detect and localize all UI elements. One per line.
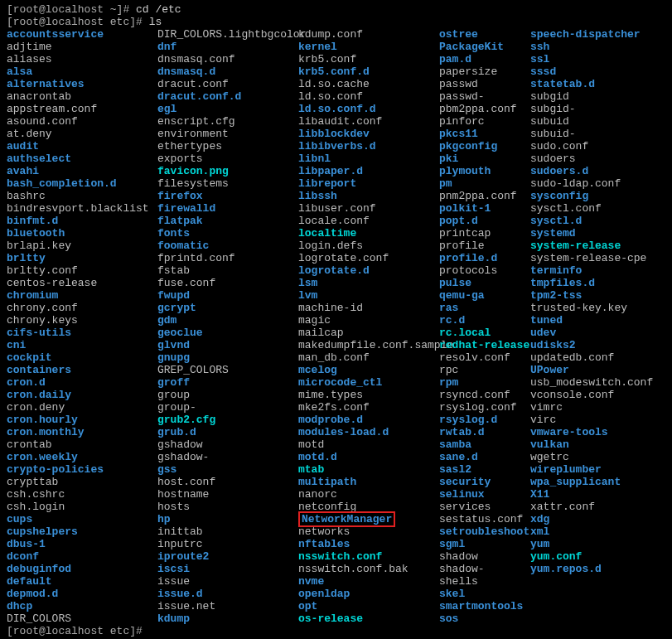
- ls-entry-text: nvme: [298, 575, 324, 588]
- ls-entry: fprintd.conf: [157, 252, 298, 264]
- ls-entry: vulkan: [530, 438, 653, 451]
- prompt-line-3[interactable]: [root@localhost etc]#: [7, 625, 665, 637]
- ls-entry-text: pinforc: [439, 115, 485, 128]
- ls-entry: opt: [298, 600, 439, 612]
- ls-entry: speech-dispatcher: [530, 28, 653, 41]
- ls-entry: libuser.conf: [298, 202, 439, 215]
- ls-entry-text: pam.d: [439, 53, 471, 65]
- ls-output: accountsserviceadjtimealiasesalsaalterna…: [7, 28, 665, 625]
- ls-entry: systemd: [530, 227, 653, 240]
- ls-entry: groff: [157, 376, 298, 389]
- ls-entry-text: gshadow-: [157, 451, 209, 463]
- ls-entry: trusted-key.key: [530, 302, 653, 314]
- ls-entry: skel: [439, 588, 530, 600]
- ls-entry: krb5.conf.d: [298, 65, 439, 78]
- ls-entry-text: sane.d: [439, 451, 478, 463]
- ls-entry-text: selinux: [439, 488, 485, 501]
- ls-entry: issue.d: [157, 588, 298, 600]
- ls-entry-text: dbus-1: [7, 538, 46, 550]
- ls-entry: crypto-policies: [7, 463, 157, 476]
- ls-entry: smartmontools: [439, 600, 530, 612]
- ls-entry-text: system-release: [530, 240, 621, 252]
- ls-entry: firewalld: [157, 202, 298, 215]
- ls-entry-text: kdump.conf: [298, 28, 363, 41]
- ls-entry: sysctl.conf: [530, 202, 653, 215]
- ls-entry: pulse: [439, 277, 530, 289]
- ls-entry-text: sasl2: [439, 463, 471, 476]
- ls-entry: centos-release: [7, 277, 157, 289]
- ls-entry: terminfo: [530, 264, 653, 277]
- ls-entry: tuned: [530, 314, 653, 327]
- ls-entry-text: gdm: [157, 314, 176, 327]
- ls-entry: cron.d: [7, 376, 157, 389]
- ls-entry: xattr.conf: [530, 501, 653, 513]
- ls-entry: mtab: [298, 463, 439, 476]
- ls-entry: ssh: [530, 41, 653, 53]
- ls-entry-text: rwtab.d: [439, 426, 485, 438]
- ls-entry-text: sudoers.d: [530, 165, 588, 177]
- ls-entry-text: dnsmasq.conf: [157, 53, 235, 65]
- ls-entry-text: networks: [298, 525, 350, 538]
- ls-entry: sestatus.conf: [439, 513, 530, 525]
- ls-entry: DIR_COLORS.lightbgcolor: [157, 28, 298, 41]
- ls-entry: statetab.d: [530, 78, 653, 90]
- ls-entry: pkgconfig: [439, 140, 530, 152]
- ls-entry-text: environment: [157, 128, 229, 140]
- ls-entry: motd: [298, 438, 439, 451]
- ls-entry: gcrypt: [157, 302, 298, 314]
- ls-entry-text: adjtime: [7, 41, 52, 53]
- ls-entry-text: cron.weekly: [7, 451, 78, 463]
- ls-entry: anacrontab: [7, 90, 157, 103]
- ls-entry: samba: [439, 438, 530, 451]
- ls-entry: pki: [439, 152, 530, 165]
- prompt-1: [root@localhost ~]#: [7, 3, 136, 16]
- ls-entry-text: crypto-policies: [7, 463, 104, 476]
- ls-entry-text: inputrc: [157, 538, 203, 550]
- ls-entry-text: mcelog: [298, 364, 337, 376]
- ls-entry-text: vconsole.conf: [530, 389, 614, 401]
- ls-entry-text: group: [157, 389, 190, 401]
- ls-entry-text: hp: [157, 513, 171, 525]
- ls-entry: rwtab.d: [439, 426, 530, 438]
- ls-entry: libreport: [298, 177, 439, 190]
- ls-entry: libaudit.conf: [298, 115, 439, 128]
- ls-entry-text: sestatus.conf: [439, 513, 523, 525]
- ls-entry-text: fprintd.conf: [157, 252, 235, 264]
- ls-entry: inputrc: [157, 538, 298, 550]
- ls-entry: ostree: [439, 28, 530, 41]
- ls-entry-text: tuned: [530, 314, 563, 327]
- ls-entry-text: xml: [530, 525, 549, 538]
- ls-entry-text: csh.login: [7, 501, 65, 513]
- ls-entry: grub.d: [157, 426, 298, 438]
- ls-entry-text: statetab.d: [530, 78, 595, 90]
- ls-entry: hostname: [157, 488, 298, 501]
- ls-entry-text: firefox: [157, 190, 203, 202]
- ls-entry: sysconfig: [530, 190, 653, 202]
- ls-entry: inittab: [157, 525, 298, 538]
- ls-entry-text: krb5.conf.d: [298, 65, 370, 78]
- ls-entry-text: nftables: [298, 538, 350, 550]
- ls-entry-text: rsyslog.conf: [439, 401, 517, 414]
- ls-entry: issue.net: [157, 600, 298, 612]
- ls-entry: bash_completion.d: [7, 177, 157, 190]
- ls-entry-text: dracut.conf.d: [157, 90, 241, 103]
- ls-entry-text: cups: [7, 513, 32, 525]
- ls-entry: udev: [530, 327, 653, 339]
- ls-entry: cupshelpers: [7, 525, 157, 538]
- ls-entry-text: samba: [439, 438, 471, 451]
- ls-entry: aliases: [7, 53, 157, 65]
- ls-entry-text: authselect: [7, 152, 71, 165]
- ls-entry-text: wgetrc: [530, 451, 569, 463]
- ls-entry: security: [439, 476, 530, 488]
- ls-entry-text: ld.so.conf: [298, 90, 363, 103]
- terminal[interactable]: [root@localhost ~]# cd /etc [root@localh…: [7, 3, 665, 637]
- ls-entry: vimrc: [530, 401, 653, 414]
- ls-entry-text: inittab: [157, 525, 203, 538]
- ls-entry-text: machine-id: [298, 302, 363, 314]
- ls-entry: ld.so.cache: [298, 78, 439, 90]
- ls-entry-text: services: [439, 501, 491, 513]
- ls-entry: system-release-cpe: [530, 252, 653, 264]
- ls-entry-text: alternatives: [7, 78, 85, 90]
- ls-entry-text: login.defs: [298, 240, 363, 252]
- ls-entry-text: gshadow: [157, 438, 203, 451]
